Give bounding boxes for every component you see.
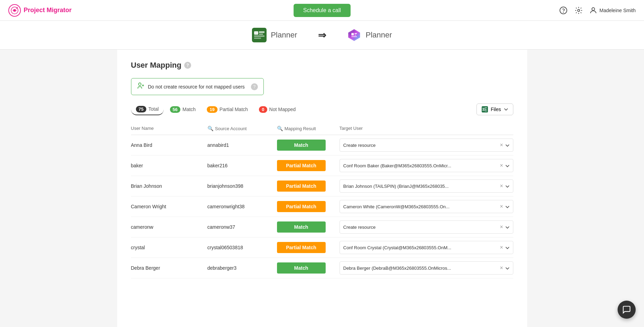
target-dropdown-6[interactable] [505,265,510,271]
cell-source-6: debraberger3 [207,265,277,271]
target-actions-0: × [500,142,509,148]
cell-username-0: Anna Bird [131,142,207,148]
cell-username-2: Brian Johnson [131,183,207,189]
tab-match[interactable]: 56 Match [165,104,201,115]
cell-target-3[interactable]: Cameron White (CameronW@M365x26803555.On… [340,200,513,213]
tab-partial[interactable]: 19 Partial Match [202,104,253,115]
svg-point-2 [14,9,16,11]
target-dropdown-0[interactable] [505,142,510,148]
migration-bar: Planner ⇒ Planner [0,21,644,50]
schedule-call-button[interactable]: Schedule a call [293,4,351,17]
svg-point-6 [592,8,595,10]
page-help-icon[interactable]: ? [184,62,191,69]
cell-result-3: Partial Match [277,201,340,212]
target-actions-3: × [500,203,509,210]
source-planner-icon [252,28,267,42]
source-search-icon: 🔍 [207,126,213,131]
excel-icon [482,106,488,112]
target-close-2[interactable]: × [500,183,503,189]
table-row: Anna Bird annabird1 Match Create resourc… [131,135,513,156]
target-close-0[interactable]: × [500,142,503,148]
tab-notmapped[interactable]: 0 Not Mapped [254,104,301,115]
tab-total-badge: 75 [136,106,146,112]
tab-notmapped-label: Not Mapped [269,107,296,112]
user-name: Madeleine Smith [600,8,636,13]
cell-target-1[interactable]: Conf Room Baker (Baker@M365x26803555.OnM… [340,159,513,172]
settings-icon[interactable] [574,6,584,15]
header-right: Madeleine Smith [559,6,636,15]
toggle-help-icon[interactable]: ? [251,83,258,90]
cell-source-3: cameronwright38 [207,204,277,209]
table-row: cameronw cameronw37 Match Create resourc… [131,217,513,237]
tab-total[interactable]: 75 Total [131,104,164,115]
table-body: Anna Bird annabird1 Match Create resourc… [131,135,513,278]
toggle-option-text: Do not create resource for not mapped us… [148,84,245,90]
target-dropdown-4[interactable] [505,224,510,230]
target-text-1: Conf Room Baker (Baker@M365x26803555.OnM… [343,163,500,168]
col-source: 🔍 Source Account [207,126,277,131]
header-center: Schedule a call [293,4,351,17]
result-badge-4: Match [277,221,326,233]
svg-point-4 [563,12,563,12]
svg-rect-13 [351,33,354,35]
page-title: User Mapping ? [131,61,513,70]
cell-username-6: Debra Berger [131,265,207,271]
cell-username-5: crystal [131,245,207,250]
result-badge-5: Partial Match [277,242,326,253]
cell-username-3: Cameron Wright [131,204,207,209]
cell-result-2: Partial Match [277,181,340,192]
target-dropdown-2[interactable] [505,183,510,189]
result-badge-1: Partial Match [277,160,326,171]
tab-match-badge: 56 [170,106,180,113]
svg-point-5 [578,9,580,11]
cell-target-2[interactable]: Brian Johnson (TAILSPIN) (BrianJ@M365x26… [340,179,513,193]
svg-rect-7 [252,28,267,42]
cell-username-1: baker [131,163,207,168]
target-actions-4: × [500,224,509,230]
tabs-row: 75 Total 56 Match 19 Partial Match 0 Not… [131,103,513,115]
help-icon[interactable] [559,6,568,15]
table-row: Debra Berger debraberger3 Match Debra Be… [131,258,513,278]
col-result: 🔍 Mapping Result [277,126,340,131]
target-dropdown-5[interactable] [505,245,510,250]
result-badge-0: Match [277,140,326,151]
cell-target-6[interactable]: Debra Berger (DebraB@M365x26803555.OnMic… [340,261,513,275]
files-chevron [504,108,508,111]
target-close-3[interactable]: × [500,203,503,210]
tab-match-label: Match [182,107,196,112]
cell-source-4: cameronw37 [207,224,277,230]
main-content: User Mapping ? Do not create resource fo… [117,50,527,327]
logo-text: Project Migrator [24,7,72,14]
result-search-icon: 🔍 [277,126,283,131]
tab-total-label: Total [148,106,159,112]
cell-target-4[interactable]: Create resource × [340,220,513,234]
toggle-option[interactable]: Do not create resource for not mapped us… [131,78,264,95]
target-text-0: Create resource [343,143,500,148]
target-dropdown-3[interactable] [505,204,510,209]
toggle-icon [137,82,145,91]
cell-target-5[interactable]: Conf Room Crystal (Crystal@M365x26803555… [340,241,513,254]
target-close-4[interactable]: × [500,224,503,230]
cell-target-0[interactable]: Create resource × [340,139,513,152]
target-close-1[interactable]: × [500,162,503,169]
target-close-5[interactable]: × [500,244,503,251]
target-close-6[interactable]: × [500,265,503,271]
svg-rect-16 [351,36,357,37]
result-badge-3: Partial Match [277,201,326,212]
files-button[interactable]: Files [476,103,513,115]
table-row: crystal crystal06503818 Partial Match Co… [131,237,513,258]
target-dropdown-1[interactable] [505,163,510,168]
user-info[interactable]: Madeleine Smith [589,6,636,15]
chat-button[interactable] [618,301,636,319]
cell-source-0: annabird1 [207,142,277,148]
table-row: Cameron Wright cameronwright38 Partial M… [131,196,513,217]
result-badge-2: Partial Match [277,181,326,192]
cell-result-1: Partial Match [277,160,340,171]
target-planner-icon [347,28,361,42]
target-actions-6: × [500,265,509,271]
svg-rect-10 [259,34,263,35]
app-header: Project Migrator Schedule a call Madelei… [0,0,644,21]
cell-result-4: Match [277,221,340,233]
target-actions-1: × [500,162,509,169]
tab-notmapped-badge: 0 [259,106,267,113]
